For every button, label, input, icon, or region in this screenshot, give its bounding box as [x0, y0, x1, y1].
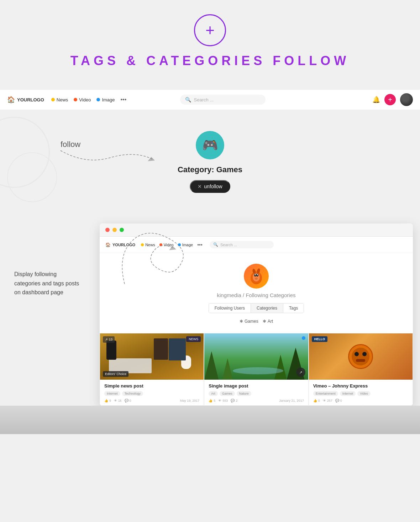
post-tags-3: Entertainment Internet Video [313, 391, 408, 396]
tag-internet[interactable]: Internet [104, 391, 120, 396]
plus-circle-icon: + [194, 14, 226, 46]
nav-image[interactable]: Image [96, 97, 115, 102]
like-count: 9 [109, 399, 111, 402]
bell-icon[interactable]: 🔔 [372, 96, 380, 104]
username: kingmedia [217, 292, 241, 298]
profile-name: kingmedia / Following Categories [217, 292, 296, 298]
category-section: follow 🎮 Category: Games ✕ unfollow [0, 110, 420, 209]
post-meta-2: 👍 5 👁 553 💬 2 Jan [209, 399, 304, 402]
editors-badge: Editors' Choice [103, 371, 128, 377]
badge-blue-2 [302, 336, 305, 340]
view-icon-2: 👁 [218, 399, 221, 402]
likes-stat-2: 👍 5 [209, 399, 215, 402]
profile-avatar [244, 264, 269, 289]
post-card-1: ↗ 13 NEWS Editors' Choice Simple news po… [100, 333, 204, 406]
post-image-1: ↗ 13 NEWS Editors' Choice [100, 333, 204, 380]
nav-news-label: News [57, 97, 68, 102]
view-icon-3: 👁 [323, 399, 326, 402]
x-icon: ✕ [198, 184, 202, 189]
tag-technology[interactable]: Technology [122, 391, 143, 396]
post-date-1: May 19, 2017 [180, 399, 200, 402]
unfollow-label: unfollow [204, 184, 222, 189]
tag-nature[interactable]: Nature [237, 391, 251, 396]
comments-stat-3: 💬 0 [335, 399, 342, 402]
tab-categories[interactable]: Categories [251, 304, 283, 313]
tab-following-users[interactable]: Following Users [209, 304, 251, 313]
avatar-1-image [400, 93, 413, 106]
avatar-1[interactable] [400, 93, 413, 106]
post-image-3: HELLO [309, 333, 413, 380]
post-tags-1: Internet Technology [104, 391, 199, 396]
description-label: Display followingcategories and tags pos… [14, 271, 79, 295]
news-dot [51, 98, 55, 101]
likes-stat-3: 👍 0 [313, 399, 320, 402]
tag-art[interactable]: Art [209, 391, 218, 396]
search-icon-1: 🔍 [185, 97, 191, 102]
share-icon-2: ↗ [299, 370, 302, 374]
games-asterisk: ✱ [240, 319, 243, 324]
following-categories-label: Following Categories [246, 292, 295, 298]
nav-video[interactable]: Video [74, 97, 91, 102]
svg-point-9 [257, 274, 258, 275]
follow-text: follow [61, 140, 80, 149]
post-meta-1: 👍 9 👁 1k 💬 0 May [104, 399, 199, 402]
add-button[interactable]: + [384, 94, 396, 105]
tag-entertainment[interactable]: Entertainment [313, 391, 338, 396]
profile-avatar-image [247, 267, 265, 285]
nav-right: 🔔 + [372, 93, 413, 106]
bottom-section: Display followingcategories and tags pos… [0, 209, 420, 455]
post-stats-1: 👍 9 👁 1k 💬 0 [104, 399, 131, 402]
posts-grid: ↗ 13 NEWS Editors' Choice Simple news po… [100, 333, 413, 406]
tag-internet-3[interactable]: Internet [340, 391, 356, 396]
views-stat-2: 👁 553 [218, 399, 228, 402]
category-avatar: 🎮 [196, 131, 224, 159]
gamepad-icon: 🎮 [202, 138, 218, 153]
share-count: 13 [109, 338, 112, 341]
top-section: + TAGS & CATEGORIES FOLLOW [0, 0, 420, 90]
views-stat-3: 👁 257 [323, 399, 332, 402]
search-bar-2[interactable]: 🔍 Search ... [210, 241, 274, 248]
tag-filters: ✱ Games ✱ Art [240, 319, 273, 324]
search-bar-1[interactable]: 🔍 Search ... [180, 95, 266, 105]
post-content-3: Vimeo – Johnny Express Entertainment Int… [309, 380, 413, 405]
nav-news[interactable]: News [51, 97, 68, 102]
search-placeholder-2: Search ... [220, 243, 237, 247]
comment-count-3: 0 [340, 399, 342, 402]
comment-icon: 💬 [125, 399, 128, 402]
share-badge-1: ↗ 13 [103, 336, 115, 343]
post-title-1: Simple news post [104, 383, 199, 389]
post-stats-3: 👍 0 👁 257 💬 0 [313, 399, 342, 402]
post-meta-3: 👍 0 👁 257 💬 0 [313, 399, 408, 402]
tag-video[interactable]: Video [357, 391, 371, 396]
svg-point-10 [255, 278, 258, 280]
logo-area[interactable]: 🏠 YOURLOGO [7, 96, 44, 104]
bottom-shadow [0, 406, 420, 434]
likes-stat: 👍 9 [104, 399, 111, 402]
like-count-3: 0 [318, 399, 320, 402]
view-count-2: 553 [222, 399, 228, 402]
svg-marker-1 [169, 246, 176, 250]
logo-text: YOURLOGO [17, 97, 44, 102]
tab-tags[interactable]: Tags [283, 304, 304, 313]
plus-symbol: + [205, 22, 215, 38]
search-placeholder-1: Search ... [194, 97, 214, 102]
loop-arrow [103, 220, 210, 291]
badge-green-2: ↗ [296, 368, 305, 377]
filter-games[interactable]: ✱ Games [240, 319, 258, 324]
view-icon: 👁 [114, 399, 117, 402]
image-dot [96, 98, 100, 101]
post-tags-2: Art Games Nature [209, 391, 304, 396]
share-icon: ↗ [105, 338, 108, 341]
tag-games[interactable]: Games [220, 391, 235, 396]
comment-icon-3: 💬 [335, 399, 339, 402]
views-stat: 👁 1k [114, 399, 122, 402]
like-count-2: 5 [214, 399, 215, 402]
like-icon-3: 👍 [313, 399, 317, 402]
filter-games-label: Games [245, 319, 258, 324]
unfollow-button[interactable]: ✕ unfollow [190, 180, 230, 193]
view-count: 1k [118, 399, 122, 402]
view-count-3: 257 [327, 399, 332, 402]
filter-art[interactable]: ✱ Art [263, 319, 273, 324]
nav-more-button[interactable]: ••• [121, 96, 127, 103]
post-title-3: Vimeo – Johnny Express [313, 383, 408, 389]
